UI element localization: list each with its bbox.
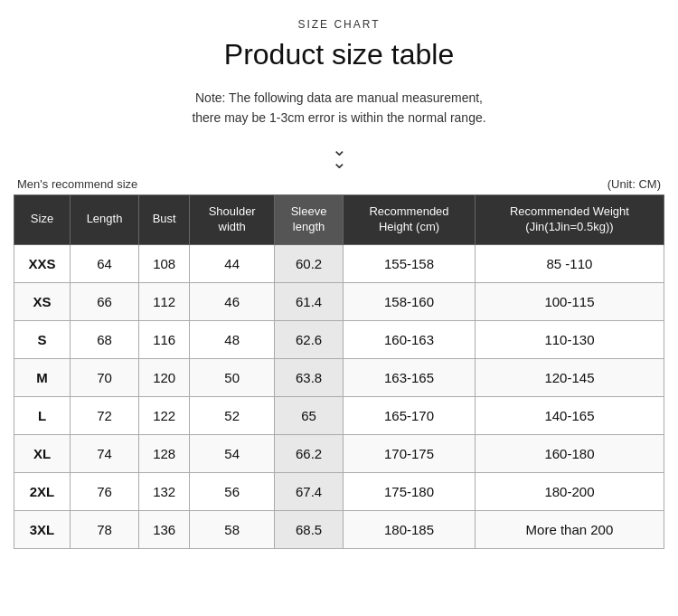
cell-recommended_height: 155-158 — [344, 244, 476, 282]
cell-bust: 128 — [139, 434, 190, 472]
cell-length: 64 — [71, 244, 139, 282]
cell-sleeve_length: 66.2 — [275, 434, 344, 472]
note-text: Note: The following data are manual meas… — [192, 88, 485, 128]
col-recommended-weight: Recommended Weight(Jin(1Jin=0.5kg)) — [475, 194, 664, 244]
cell-size: S — [14, 320, 71, 358]
cell-bust: 132 — [139, 472, 190, 510]
cell-recommended_weight: 160-180 — [475, 434, 664, 472]
cell-bust: 112 — [139, 282, 190, 320]
cell-length: 72 — [71, 396, 139, 434]
cell-recommended_weight: 140-165 — [475, 396, 664, 434]
table-subheader: Men's recommend size (Unit: CM) — [14, 177, 664, 191]
cell-shoulder_width: 54 — [190, 434, 275, 472]
col-bust: Bust — [139, 194, 190, 244]
col-length: Length — [71, 194, 139, 244]
cell-size: XS — [14, 282, 71, 320]
table-row: 3XL781365868.5180-185More than 200 — [14, 510, 664, 548]
table-row: XS661124661.4158-160100-115 — [14, 282, 664, 320]
cell-shoulder_width: 58 — [190, 510, 275, 548]
cell-size: 3XL — [14, 510, 71, 548]
table-row: XL741285466.2170-175160-180 — [14, 434, 664, 472]
table-header-row: Size Length Bust Shoulderwidth Sleevelen… — [14, 194, 664, 244]
col-sleeve-length: Sleevelength — [275, 194, 344, 244]
table-row: S681164862.6160-163110-130 — [14, 320, 664, 358]
cell-shoulder_width: 48 — [190, 320, 275, 358]
cell-sleeve_length: 68.5 — [275, 510, 344, 548]
page-title: Product size table — [224, 38, 454, 71]
cell-recommended_weight: 85 -110 — [475, 244, 664, 282]
cell-bust: 108 — [139, 244, 190, 282]
table-row: 2XL761325667.4175-180180-200 — [14, 472, 664, 510]
size-chart-label: SIZE CHART — [297, 18, 380, 31]
cell-size: M — [14, 358, 71, 396]
cell-size: XL — [14, 434, 71, 472]
col-shoulder-width: Shoulderwidth — [190, 194, 275, 244]
cell-size: 2XL — [14, 472, 71, 510]
col-recommended-height: RecommendedHeight (cm) — [344, 194, 476, 244]
cell-recommended_weight: 110-130 — [475, 320, 664, 358]
cell-size: XXS — [14, 244, 71, 282]
cell-size: L — [14, 396, 71, 434]
cell-sleeve_length: 61.4 — [275, 282, 344, 320]
cell-bust: 136 — [139, 510, 190, 548]
size-table: Size Length Bust Shoulderwidth Sleevelen… — [14, 194, 664, 549]
cell-bust: 116 — [139, 320, 190, 358]
cell-recommended_weight: 120-145 — [475, 358, 664, 396]
cell-shoulder_width: 44 — [190, 244, 275, 282]
unit-label: (Unit: CM) — [607, 177, 661, 191]
cell-length: 66 — [71, 282, 139, 320]
cell-shoulder_width: 46 — [190, 282, 275, 320]
table-row: M701205063.8163-165120-145 — [14, 358, 664, 396]
cell-recommended_weight: 100-115 — [475, 282, 664, 320]
cell-recommended_height: 180-185 — [344, 510, 476, 548]
cell-length: 78 — [71, 510, 139, 548]
cell-recommended_weight: 180-200 — [475, 472, 664, 510]
cell-recommended_height: 170-175 — [344, 434, 476, 472]
cell-recommended_height: 165-170 — [344, 396, 476, 434]
cell-recommended_weight: More than 200 — [475, 510, 664, 548]
cell-length: 68 — [71, 320, 139, 358]
cell-sleeve_length: 60.2 — [275, 244, 344, 282]
cell-length: 70 — [71, 358, 139, 396]
cell-bust: 122 — [139, 396, 190, 434]
cell-length: 74 — [71, 434, 139, 472]
cell-bust: 120 — [139, 358, 190, 396]
cell-length: 76 — [71, 472, 139, 510]
cell-recommended_height: 160-163 — [344, 320, 476, 358]
mens-recommend-label: Men's recommend size — [17, 177, 137, 191]
chevron-down-icon: ⌄⌄ — [332, 143, 347, 168]
table-row: XXS641084460.2155-15885 -110 — [14, 244, 664, 282]
col-size: Size — [14, 194, 71, 244]
cell-sleeve_length: 62.6 — [275, 320, 344, 358]
cell-sleeve_length: 65 — [275, 396, 344, 434]
cell-shoulder_width: 50 — [190, 358, 275, 396]
table-row: L721225265165-170140-165 — [14, 396, 664, 434]
cell-sleeve_length: 63.8 — [275, 358, 344, 396]
cell-recommended_height: 158-160 — [344, 282, 476, 320]
cell-shoulder_width: 56 — [190, 472, 275, 510]
cell-recommended_height: 175-180 — [344, 472, 476, 510]
cell-shoulder_width: 52 — [190, 396, 275, 434]
cell-sleeve_length: 67.4 — [275, 472, 344, 510]
cell-recommended_height: 163-165 — [344, 358, 476, 396]
